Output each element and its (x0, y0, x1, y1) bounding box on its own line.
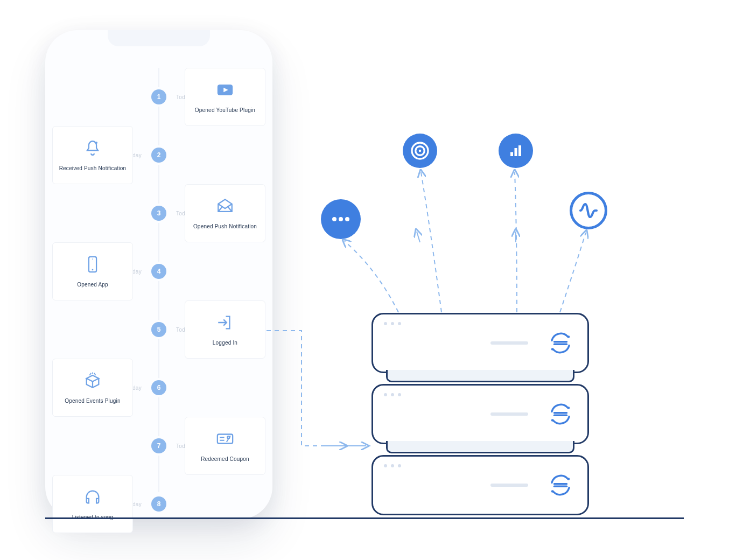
timeline-step-5: 5 (151, 322, 166, 337)
event-card: Received Push Notification (52, 126, 133, 184)
event-label: Opened YouTube Plugin (195, 107, 255, 114)
event-label: Opened Events Plugin (65, 397, 121, 404)
server-stack (371, 313, 589, 517)
ground-line (45, 517, 684, 519)
timeline-row: Today 1 Opened YouTube Plugin (45, 68, 272, 126)
svg-point-15 (339, 217, 343, 221)
bell-icon (83, 139, 102, 159)
segment-logo-icon (546, 329, 574, 357)
more-integrations-icon (321, 199, 361, 239)
youtube-icon (216, 81, 234, 101)
timeline-step-8: 8 (151, 496, 166, 512)
event-timeline: Today 1 Opened YouTube Plugin Today 2 Re… (45, 68, 272, 492)
svg-point-14 (332, 217, 337, 221)
target-integration-icon (403, 134, 437, 168)
coupon-icon (216, 430, 234, 450)
event-label: Logged In (213, 339, 237, 346)
timeline-step-2: 2 (151, 148, 166, 163)
headphones-icon (83, 488, 102, 508)
event-label: Received Push Notification (59, 165, 127, 172)
timeline-row: Today 2 Received Push Notification (45, 126, 272, 184)
event-label: Listened to song (72, 514, 114, 521)
event-card: Logged In (185, 300, 265, 359)
phone-mockup: Today 1 Opened YouTube Plugin Today 2 Re… (45, 30, 272, 519)
event-card: Opened App (52, 242, 133, 300)
progress-bar (490, 341, 528, 345)
server-unit (371, 455, 589, 515)
event-card: Opened YouTube Plugin (185, 68, 265, 126)
indicator-dots (384, 393, 401, 396)
progress-bar (490, 484, 528, 487)
event-card: Redeemed Coupon (185, 417, 265, 475)
indicator-dots (384, 322, 401, 325)
segment-logo-icon (546, 471, 574, 499)
event-label: Opened App (77, 281, 108, 288)
timeline-row: Today 7 Redeemed Coupon (45, 417, 272, 475)
event-card: Listened to song (52, 475, 133, 533)
indicator-dots (384, 464, 401, 467)
timeline-step-7: 7 (151, 438, 166, 453)
event-card: Opened Events Plugin (52, 359, 133, 417)
timeline-step-3: 3 (151, 206, 166, 221)
phone-notch (108, 30, 210, 46)
event-label: Redeemed Coupon (201, 456, 249, 463)
segment-logo-icon (546, 400, 574, 428)
timeline-row: Today 8 Listened to song (45, 475, 272, 533)
timeline-row: Today 4 Opened App (45, 242, 272, 300)
timeline-row: Today 6 Opened Events Plugin (45, 359, 272, 417)
timeline-step-6: 6 (151, 380, 166, 395)
server-unit (371, 384, 589, 444)
envelope-open-icon (216, 197, 234, 218)
package-open-icon (83, 372, 102, 392)
timeline-step-4: 4 (151, 264, 166, 279)
analytics-integration-icon (499, 134, 533, 168)
login-icon (216, 313, 234, 334)
phone-icon (83, 255, 102, 276)
progress-bar (490, 412, 528, 416)
event-label: Opened Push Notification (193, 223, 257, 230)
timeline-step-1: 1 (151, 89, 166, 104)
timeline-row: Today 5 Logged In (45, 300, 272, 359)
amplitude-integration-icon (570, 192, 607, 229)
server-unit (371, 313, 589, 373)
timeline-row: Today 3 Opened Push Notification (45, 184, 272, 242)
svg-point-16 (345, 217, 349, 221)
event-card: Opened Push Notification (185, 184, 265, 242)
